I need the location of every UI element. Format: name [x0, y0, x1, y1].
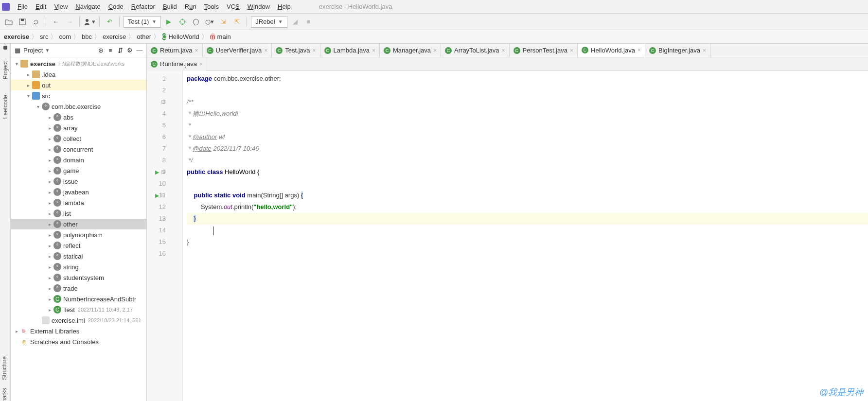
tree-class[interactable]: ▸ C Test 2022/11/11 10:43, 2.17	[11, 304, 146, 315]
refresh-icon[interactable]	[30, 16, 42, 28]
undo-icon[interactable]: ↶	[104, 16, 115, 28]
open-icon[interactable]	[3, 16, 15, 28]
tool-tab-structure[interactable]: Structure	[0, 352, 9, 384]
close-icon[interactable]: ×	[638, 47, 641, 53]
tree-package[interactable]: ▾ ° com.bbc.exercise	[11, 101, 146, 112]
tree-folder-src[interactable]: ▾ src	[11, 90, 146, 101]
tree-folder-javabean[interactable]: ▸°javabean	[11, 187, 146, 197]
tree-scratches[interactable]: ◎ Scratches and Consoles	[11, 336, 146, 347]
chevron-down-icon[interactable]: ▼	[45, 48, 50, 53]
tree-folder-studentsystem[interactable]: ▸°studentsystem	[11, 272, 146, 283]
close-icon[interactable]: ×	[433, 47, 437, 54]
menu-code[interactable]: Code	[105, 3, 127, 10]
coverage-icon[interactable]	[190, 16, 202, 28]
hide-icon[interactable]: —	[136, 47, 143, 54]
breadcrumb-item[interactable]: com	[59, 33, 71, 40]
menu-view[interactable]: View	[50, 3, 71, 10]
breadcrumb-item[interactable]: exercise	[4, 33, 29, 40]
tree-folder-collect[interactable]: ▸°collect	[11, 133, 146, 144]
menu-window[interactable]: Window	[244, 3, 274, 10]
locate-icon[interactable]: ⊕	[97, 47, 105, 54]
menu-file[interactable]: File	[14, 3, 32, 10]
forward-icon[interactable]: →	[64, 16, 75, 28]
menu-vcs[interactable]: VCS	[223, 3, 244, 10]
editor-tab[interactable]: CReturn.java×	[147, 44, 203, 57]
fold-icon[interactable]: ⊟	[161, 166, 165, 178]
close-icon[interactable]: ×	[502, 47, 505, 54]
breadcrumb-item[interactable]: src	[40, 33, 48, 40]
collapse-icon[interactable]: ⇵	[116, 47, 124, 54]
fold-icon[interactable]: ⊟	[161, 190, 165, 201]
tree-external-libs[interactable]: ▸ ⊪ External Libraries	[11, 326, 146, 336]
attach-icon[interactable]: ⇲	[217, 16, 229, 28]
editor-tab[interactable]: C Runtime.java ×	[147, 57, 207, 71]
tree-folder-out[interactable]: ▸ out	[11, 80, 146, 90]
menu-refactor[interactable]: Refactor	[127, 3, 159, 10]
save-icon[interactable]	[17, 16, 28, 28]
tree-folder-domain[interactable]: ▸°domain	[11, 155, 146, 165]
expand-icon[interactable]: ≡	[106, 47, 114, 54]
tree-folder-polymorphism[interactable]: ▸°polymorphism	[11, 229, 146, 240]
menu-navigate[interactable]: Navigate	[71, 3, 104, 10]
jrebel-dropdown[interactable]: JRebel ▼	[251, 16, 287, 28]
profile-icon[interactable]: ◷▾	[204, 16, 215, 28]
menu-run[interactable]: Run	[181, 3, 200, 10]
run-config-dropdown[interactable]: Test (1) ▼	[124, 16, 161, 28]
editor-tab[interactable]: CHelloWorld.java×	[578, 44, 645, 57]
jrebel-run-icon[interactable]: ◢	[289, 16, 301, 28]
breadcrumb-item[interactable]: main	[217, 33, 231, 40]
run-icon[interactable]: ▶	[163, 16, 175, 28]
tree-class[interactable]: ▸ C NumberIncreaseAndSubtr	[11, 294, 146, 304]
close-icon[interactable]: ×	[264, 47, 267, 54]
user-icon[interactable]: ▾	[84, 16, 95, 28]
tree-folder-game[interactable]: ▸°game	[11, 165, 146, 176]
project-tree[interactable]: ▾ exercise F:\编程数据\IDE\Java\works ▸ .ide…	[11, 57, 146, 401]
editor-tab[interactable]: CTest.java×	[272, 44, 320, 57]
close-icon[interactable]: ×	[570, 47, 573, 54]
tool-tab-leetcode[interactable]: Leetcode	[1, 91, 10, 122]
menu-tools[interactable]: Tools	[200, 3, 223, 10]
tool-tab-bookmarks[interactable]: marks	[0, 384, 9, 401]
tree-folder-abs[interactable]: ▸°abs	[11, 112, 146, 122]
editor-tab[interactable]: CPersonTest.java×	[510, 44, 578, 57]
breadcrumb-item[interactable]: HelloWorld	[168, 33, 199, 40]
tree-folder-statical[interactable]: ▸°statical	[11, 251, 146, 262]
attach2-icon[interactable]: ⇱	[231, 16, 243, 28]
tree-folder-list[interactable]: ▸°list	[11, 208, 146, 219]
close-icon[interactable]: ×	[195, 47, 198, 54]
close-icon[interactable]: ×	[312, 47, 316, 54]
tree-folder-issue[interactable]: ▸°issue	[11, 176, 146, 187]
run-gutter-icon[interactable]: ▶	[155, 166, 159, 178]
tree-folder-lambda[interactable]: ▸°lambda	[11, 197, 146, 208]
run-gutter-icon[interactable]: ▶	[155, 190, 159, 201]
tree-folder-concurrent[interactable]: ▸°concurrent	[11, 144, 146, 155]
settings-icon[interactable]: ⚙	[126, 47, 134, 54]
tree-folder-reflect[interactable]: ▸°reflect	[11, 240, 146, 251]
menu-edit[interactable]: Edit	[32, 3, 50, 10]
editor-tab[interactable]: CArrayToList.java×	[441, 44, 510, 57]
tree-folder-string[interactable]: ▸°string	[11, 262, 146, 272]
stop-icon[interactable]: ■	[303, 16, 315, 28]
tree-folder-other[interactable]: ▸°other	[11, 219, 146, 229]
debug-icon[interactable]	[177, 16, 188, 28]
fold-icon[interactable]: ⊟	[161, 96, 165, 108]
tree-folder-trade[interactable]: ▸°trade	[11, 283, 146, 294]
tool-tab-project[interactable]: Project	[1, 57, 10, 83]
editor-tab[interactable]: CBigInteger.java×	[645, 44, 710, 57]
editor-tab[interactable]: CUserVerifier.java×	[203, 44, 272, 57]
close-icon[interactable]: ×	[199, 61, 203, 68]
menu-build[interactable]: Build	[159, 3, 181, 10]
tree-file-iml[interactable]: exercise.iml 2022/10/23 21:14, 561	[11, 315, 146, 326]
close-icon[interactable]: ×	[703, 47, 706, 54]
menu-help[interactable]: Help	[274, 3, 295, 10]
code-editor[interactable]: 123⊟45678⌞9▶⊟1011▶⊟1213⌞141516 package c…	[147, 71, 868, 401]
tree-folder-idea[interactable]: ▸ .idea	[11, 69, 146, 80]
code-body[interactable]: package com.bbc.exercise.other; /** * 输出…	[183, 71, 868, 401]
editor-tab[interactable]: CManager.java×	[380, 44, 441, 57]
editor-tab[interactable]: CLambda.java×	[320, 44, 380, 57]
tree-root[interactable]: ▾ exercise F:\编程数据\IDE\Java\works	[11, 58, 146, 69]
tree-folder-array[interactable]: ▸°array	[11, 122, 146, 133]
breadcrumb-item[interactable]: other	[137, 33, 151, 40]
back-icon[interactable]: ←	[50, 16, 62, 28]
close-icon[interactable]: ×	[372, 47, 375, 54]
